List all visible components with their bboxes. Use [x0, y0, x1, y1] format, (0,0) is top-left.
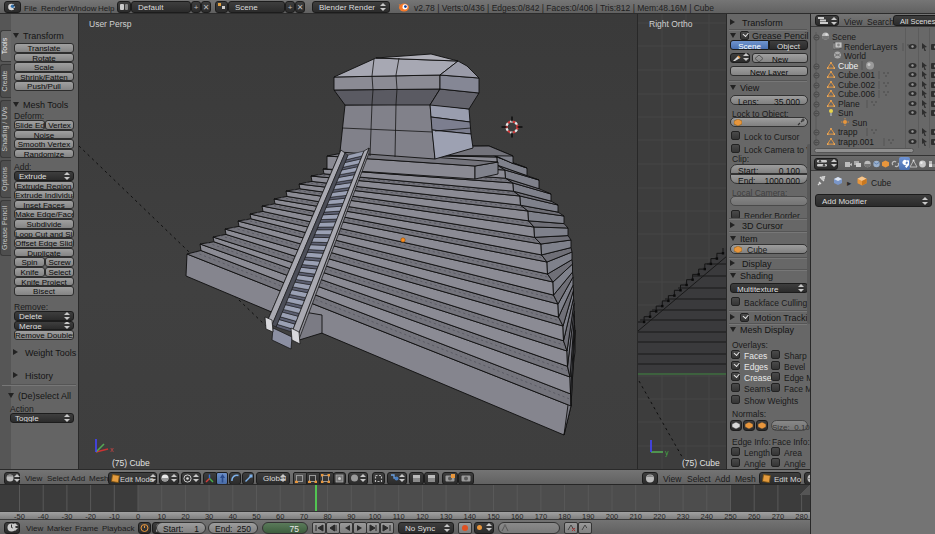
svg-text:x: x — [110, 446, 114, 453]
svg-text:y: y — [665, 449, 669, 457]
